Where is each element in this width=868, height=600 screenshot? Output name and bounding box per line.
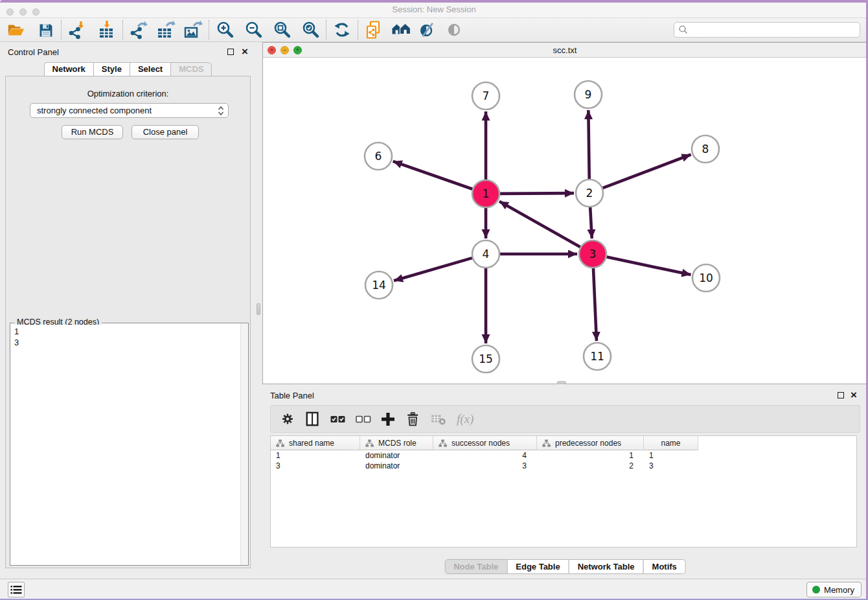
tab-mcds[interactable]: MCDS bbox=[170, 62, 212, 76]
graph-canvas[interactable]: 7968124314101511 bbox=[263, 58, 867, 384]
export-image-icon[interactable] bbox=[183, 19, 203, 40]
graph-edge-3-1[interactable] bbox=[499, 202, 580, 247]
graph-node-label: 14 bbox=[372, 279, 386, 292]
new-column-icon[interactable] bbox=[381, 410, 395, 429]
toolbar-separator bbox=[209, 20, 209, 40]
graph-edge-3-11[interactable] bbox=[593, 268, 597, 341]
graph-edge-2-3[interactable] bbox=[590, 207, 592, 238]
column-header-shared-name[interactable]: shared name bbox=[271, 436, 360, 450]
import-table-icon[interactable] bbox=[97, 19, 117, 40]
result-scrollbar[interactable] bbox=[240, 323, 248, 565]
table-cell[interactable]: 1 bbox=[537, 450, 644, 461]
optimization-criterion-select[interactable]: strongly connected component bbox=[30, 103, 229, 118]
tab-edge-table[interactable]: Edge Table bbox=[507, 559, 569, 574]
column-type-icon bbox=[365, 439, 374, 447]
memory-label: Memory bbox=[824, 585, 854, 595]
graph-edge-4-14[interactable] bbox=[394, 258, 472, 281]
table-tabs: Node Table Edge Table Network Table Moti… bbox=[444, 559, 686, 574]
show-columns-icon[interactable] bbox=[305, 410, 321, 429]
control-panel-tabs: Network Style Select MCDS bbox=[0, 62, 256, 76]
close-table-panel-icon[interactable]: × bbox=[851, 392, 857, 398]
table-cell[interactable]: 1 bbox=[644, 450, 698, 461]
show-panels-button[interactable] bbox=[8, 582, 25, 597]
graph-node-label: 10 bbox=[699, 271, 713, 284]
float-panel-icon[interactable] bbox=[227, 49, 234, 55]
memory-status-icon bbox=[812, 586, 820, 594]
list-icon bbox=[10, 585, 22, 595]
toolbar-separator bbox=[326, 20, 326, 40]
birds-eye-view-icon[interactable] bbox=[444, 19, 464, 40]
graph-node-label: 15 bbox=[479, 352, 493, 365]
zoom-out-icon[interactable] bbox=[243, 19, 264, 40]
graph-node-label: 6 bbox=[375, 150, 382, 163]
main-toolbar bbox=[0, 18, 868, 42]
close-panel-icon[interactable]: × bbox=[242, 49, 248, 55]
table-cell[interactable]: 1 bbox=[271, 450, 360, 461]
first-neighbors-icon[interactable] bbox=[391, 19, 411, 40]
graph-edge-3-10[interactable] bbox=[607, 257, 691, 275]
column-header-name[interactable]: name bbox=[644, 436, 698, 450]
tab-motifs[interactable]: Motifs bbox=[643, 559, 686, 574]
run-mcds-button[interactable]: Run MCDS bbox=[62, 125, 123, 139]
zoom-fit-icon[interactable] bbox=[271, 19, 292, 40]
refresh-view-icon[interactable] bbox=[332, 19, 352, 40]
select-all-icon[interactable] bbox=[330, 410, 346, 429]
column-header-successor-nodes[interactable]: successor nodes bbox=[433, 436, 537, 450]
tab-select[interactable]: Select bbox=[130, 62, 171, 76]
zoom-selected-icon[interactable] bbox=[300, 19, 321, 40]
import-network-icon[interactable] bbox=[67, 19, 87, 40]
graph-node-label: 8 bbox=[702, 143, 709, 156]
deselect-all-icon[interactable] bbox=[356, 410, 371, 429]
table-header-row: shared name MCDS role successor nodes pr… bbox=[271, 436, 856, 450]
table-options-icon[interactable] bbox=[280, 410, 295, 429]
table-row[interactable]: 3dominator323 bbox=[271, 461, 856, 471]
float-table-panel-icon[interactable] bbox=[838, 392, 844, 398]
table-cell[interactable]: 3 bbox=[644, 461, 698, 471]
column-header-mcds-role[interactable]: MCDS role bbox=[360, 436, 433, 450]
graph-edge-1-6[interactable] bbox=[393, 161, 473, 189]
tab-network[interactable]: Network bbox=[44, 62, 94, 76]
network-title: scc.txt bbox=[263, 43, 867, 58]
toolbar-separator bbox=[122, 20, 123, 40]
node-table: shared name MCDS role successor nodes pr… bbox=[270, 435, 857, 548]
save-session-icon[interactable] bbox=[35, 19, 56, 40]
graph-edge-1-2[interactable] bbox=[500, 193, 574, 194]
zoom-in-icon[interactable] bbox=[214, 19, 235, 40]
export-network-icon[interactable] bbox=[128, 19, 149, 40]
tab-style[interactable]: Style bbox=[93, 62, 130, 76]
column-type-icon bbox=[276, 439, 284, 447]
table-panel: Table Panel × f(x) bbox=[262, 386, 868, 575]
graph-node-label: 2 bbox=[586, 187, 593, 200]
table-cell[interactable]: 2 bbox=[537, 461, 644, 471]
mcds-result-text[interactable]: 1 3 bbox=[11, 325, 240, 564]
column-header-predecessor-nodes[interactable]: predecessor nodes bbox=[537, 436, 644, 450]
table-row[interactable]: 1dominator411 bbox=[271, 450, 856, 461]
toggle-graphics-details-icon[interactable] bbox=[417, 19, 437, 40]
function-builder-icon: f(x) bbox=[457, 410, 474, 429]
tab-node-table[interactable]: Node Table bbox=[444, 559, 507, 574]
table-cell[interactable]: dominator bbox=[360, 450, 433, 461]
delete-column-icon[interactable] bbox=[405, 410, 420, 429]
mcds-result-group: MCDS result (2 nodes) 1 3 bbox=[10, 323, 249, 566]
panel-resize-handle[interactable] bbox=[257, 303, 260, 315]
close-panel-button[interactable]: Close panel bbox=[131, 125, 199, 139]
selected-option: strongly connected component bbox=[37, 106, 218, 115]
search-input[interactable] bbox=[689, 23, 860, 36]
graph-edge-2-8[interactable] bbox=[603, 155, 691, 189]
search-box[interactable] bbox=[674, 22, 860, 38]
open-file-icon[interactable] bbox=[5, 19, 26, 40]
graph-node-label: 3 bbox=[589, 248, 597, 260]
table-cell[interactable]: dominator bbox=[360, 461, 433, 471]
table-cell[interactable]: 3 bbox=[433, 461, 537, 471]
export-table-icon[interactable] bbox=[155, 19, 176, 40]
tab-network-table[interactable]: Network Table bbox=[569, 559, 644, 574]
table-panel-header: Table Panel × bbox=[262, 386, 868, 405]
graph-edge-2-9[interactable] bbox=[588, 110, 589, 179]
table-cell[interactable]: 3 bbox=[271, 461, 360, 471]
table-cell[interactable]: 4 bbox=[433, 450, 537, 461]
window-resize-handle[interactable] bbox=[557, 381, 566, 384]
graph-node-label: 1 bbox=[483, 187, 490, 200]
clone-network-icon[interactable] bbox=[363, 19, 384, 40]
optimization-criterion-label: Optimization criterion: bbox=[6, 89, 250, 98]
memory-button[interactable]: Memory bbox=[806, 582, 862, 597]
